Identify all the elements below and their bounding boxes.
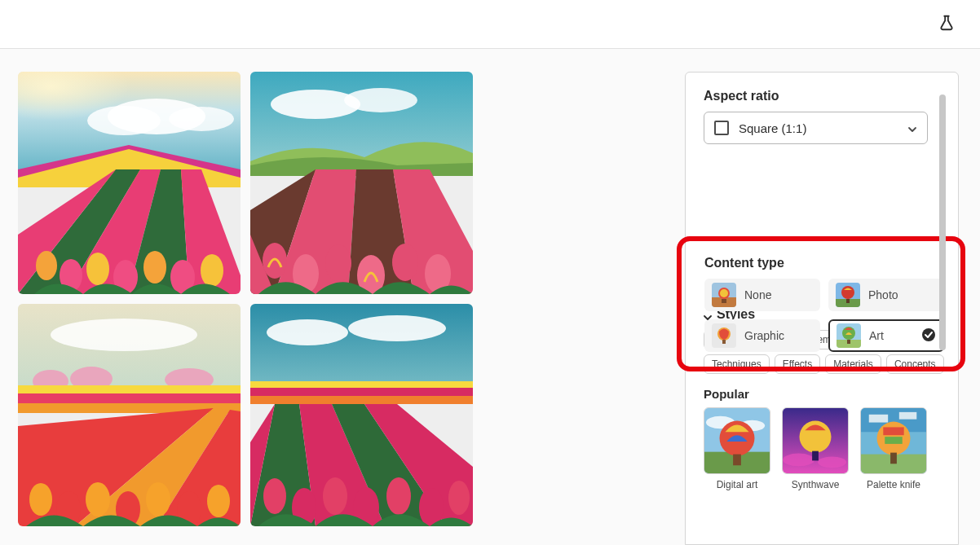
- svg-point-64: [323, 477, 347, 515]
- svg-rect-99: [869, 415, 888, 423]
- style-swatch: [860, 407, 927, 474]
- svg-rect-96: [812, 451, 819, 461]
- popular-label: Popular: [704, 387, 945, 401]
- svg-point-68: [448, 481, 470, 515]
- content-type-text: Art: [869, 329, 884, 342]
- svg-rect-103: [883, 427, 903, 435]
- generated-image[interactable]: [18, 304, 241, 526]
- svg-point-31: [392, 244, 418, 281]
- svg-rect-77: [846, 299, 850, 303]
- style-name: Synthwave: [792, 479, 840, 490]
- style-swatch: [704, 407, 770, 474]
- svg-rect-105: [890, 453, 897, 464]
- svg-rect-73: [722, 299, 726, 303]
- chevron-down-icon: [907, 123, 917, 133]
- content-type-highlight: Content type None Photo: [685, 236, 959, 371]
- style-palette-knife[interactable]: Palette knife: [860, 407, 927, 490]
- svg-point-94: [818, 457, 846, 468]
- svg-point-29: [325, 244, 351, 282]
- svg-rect-84: [847, 340, 850, 344]
- svg-rect-104: [885, 437, 902, 444]
- beaker-icon[interactable]: [938, 14, 956, 35]
- content-type-thumb: [836, 283, 860, 307]
- style-synthwave[interactable]: Synthwave: [782, 407, 849, 490]
- svg-rect-38: [18, 385, 241, 393]
- svg-point-72: [720, 289, 728, 297]
- content-type-none[interactable]: None: [704, 279, 820, 311]
- svg-rect-91: [733, 455, 741, 466]
- chevron-down-icon: [704, 310, 712, 319]
- svg-point-27: [263, 243, 287, 279]
- content-type-art[interactable]: Art: [828, 319, 944, 352]
- svg-point-4: [169, 107, 234, 131]
- svg-rect-39: [18, 393, 241, 403]
- content-type-thumb: [837, 323, 861, 348]
- svg-point-62: [263, 478, 286, 514]
- generated-image[interactable]: [18, 72, 241, 294]
- svg-point-50: [207, 485, 230, 517]
- svg-point-93: [783, 454, 814, 467]
- generated-image[interactable]: [250, 72, 473, 294]
- generated-image[interactable]: [250, 304, 473, 526]
- panel-scrollbar[interactable]: [939, 94, 946, 545]
- content-type-graphic[interactable]: Graphic: [704, 319, 820, 352]
- svg-point-48: [146, 482, 170, 516]
- settings-panel: Aspect ratio Square (1:1) Content type N…: [685, 72, 959, 545]
- content-type-photo[interactable]: Photo: [828, 279, 944, 311]
- aspect-ratio-select[interactable]: Square (1:1): [704, 112, 928, 144]
- svg-point-14: [86, 253, 109, 285]
- square-icon: [714, 121, 729, 135]
- svg-point-85: [922, 328, 935, 341]
- svg-rect-55: [250, 388, 473, 396]
- content-type-label: Content type: [704, 256, 944, 270]
- svg-point-66: [386, 477, 411, 515]
- svg-point-76: [841, 286, 854, 299]
- aspect-ratio-label: Aspect ratio: [704, 89, 945, 103]
- style-digital-art[interactable]: Digital art: [704, 407, 770, 490]
- style-swatch: [782, 407, 849, 474]
- svg-rect-100: [899, 412, 916, 420]
- content-type-thumb: [712, 323, 736, 348]
- svg-point-16: [143, 251, 166, 283]
- svg-rect-56: [250, 396, 473, 404]
- svg-point-53: [348, 315, 446, 341]
- style-name: Palette knife: [867, 479, 920, 490]
- svg-rect-80: [722, 340, 726, 344]
- svg-rect-54: [250, 381, 473, 388]
- content-type-text: Photo: [868, 288, 898, 301]
- content-type-text: None: [744, 288, 771, 301]
- svg-point-21: [344, 88, 417, 112]
- svg-point-46: [86, 482, 110, 516]
- svg-point-34: [51, 319, 197, 351]
- content-type-text: Graphic: [744, 329, 784, 342]
- check-icon: [921, 327, 936, 345]
- svg-point-44: [29, 483, 52, 516]
- svg-point-52: [267, 319, 348, 345]
- content-type-thumb: [712, 283, 736, 307]
- aspect-ratio-value: Square (1:1): [739, 121, 898, 135]
- style-name: Digital art: [717, 479, 758, 490]
- svg-point-18: [201, 254, 223, 287]
- generated-images-grid: [18, 72, 473, 526]
- svg-point-12: [36, 251, 57, 280]
- svg-point-3: [87, 106, 161, 135]
- scrollbar-thumb[interactable]: [939, 94, 946, 350]
